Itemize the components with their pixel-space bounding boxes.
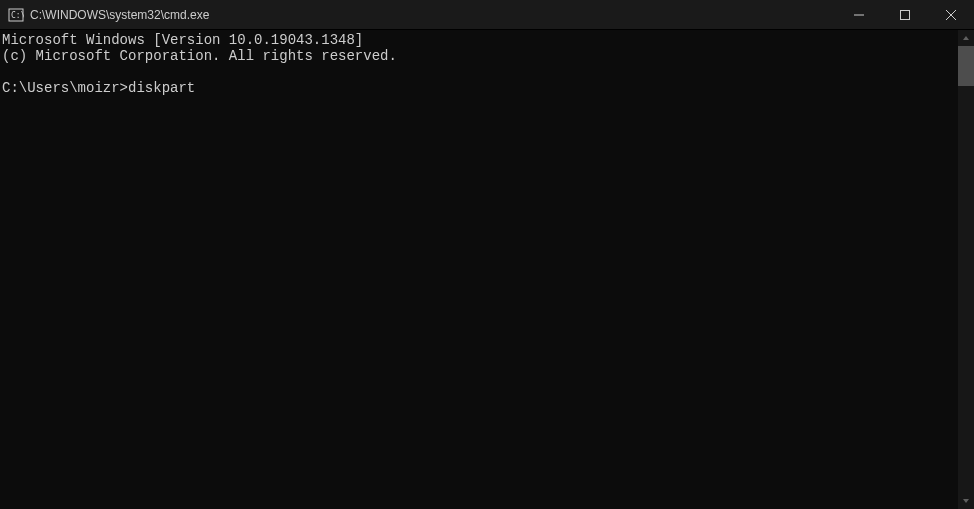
cmd-window: C:\ C:\WINDOWS\system32\cmd.exe Microsof…: [0, 0, 974, 509]
maximize-button[interactable]: [882, 0, 928, 29]
prompt: C:\Users\moizr>: [2, 80, 128, 96]
minimize-button[interactable]: [836, 0, 882, 29]
scroll-thumb[interactable]: [958, 46, 974, 86]
svg-rect-3: [901, 10, 910, 19]
window-controls: [836, 0, 974, 29]
command-input[interactable]: diskpart: [128, 80, 195, 96]
cmd-icon: C:\: [8, 7, 24, 23]
version-line: Microsoft Windows [Version 10.0.19043.13…: [2, 32, 363, 48]
scroll-down-arrow[interactable]: [958, 493, 974, 509]
content-wrapper: Microsoft Windows [Version 10.0.19043.13…: [0, 30, 974, 509]
scroll-track[interactable]: [958, 46, 974, 493]
terminal-output[interactable]: Microsoft Windows [Version 10.0.19043.13…: [0, 30, 958, 509]
scroll-up-arrow[interactable]: [958, 30, 974, 46]
svg-text:C:\: C:\: [11, 11, 24, 20]
close-button[interactable]: [928, 0, 974, 29]
titlebar-left: C:\ C:\WINDOWS\system32\cmd.exe: [0, 7, 209, 23]
svg-marker-6: [963, 36, 969, 40]
svg-marker-7: [963, 499, 969, 503]
copyright-line: (c) Microsoft Corporation. All rights re…: [2, 48, 397, 64]
titlebar[interactable]: C:\ C:\WINDOWS\system32\cmd.exe: [0, 0, 974, 30]
window-title: C:\WINDOWS\system32\cmd.exe: [30, 8, 209, 22]
vertical-scrollbar[interactable]: [958, 30, 974, 509]
